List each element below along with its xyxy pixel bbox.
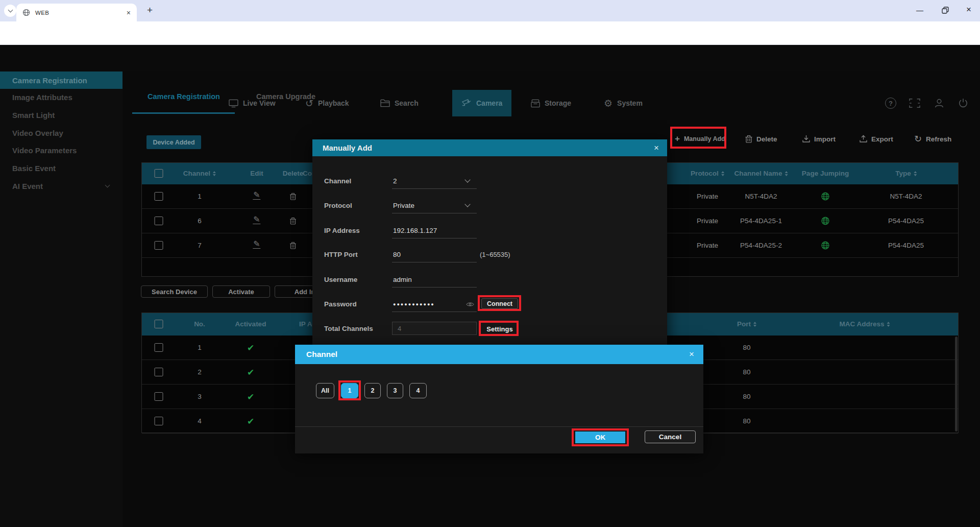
select-all-checkbox[interactable] [155, 169, 163, 178]
window-restore-button[interactable] [942, 7, 949, 14]
column-header-edit: Edit [250, 170, 263, 177]
total-channels-input: 4 [392, 322, 477, 335]
annotation-connect [478, 295, 521, 311]
channel-button-3[interactable]: 3 [387, 383, 403, 398]
username-input[interactable]: admin [393, 276, 412, 283]
activate-button[interactable]: Activate [212, 285, 270, 298]
import-button[interactable]: Import [802, 132, 836, 146]
field-label: IP Address [324, 227, 360, 234]
delete-row-button[interactable] [290, 217, 297, 225]
page-jump-button[interactable] [821, 217, 830, 225]
row-checkbox[interactable] [155, 343, 163, 352]
browser-tab[interactable]: WEB × [16, 4, 137, 21]
edit-button[interactable]: ✎ [253, 191, 260, 200]
cell-type: P54-4DA25 [888, 217, 924, 225]
nav-system[interactable]: ⚙ System [604, 90, 643, 116]
edit-button[interactable]: ✎ [253, 216, 260, 224]
row-checkbox[interactable] [155, 417, 163, 425]
nav-search[interactable]: Search [380, 90, 419, 116]
delete-button[interactable]: Delete [745, 132, 777, 146]
cctv-camera-icon [461, 99, 472, 108]
field-label: HTTP Port [324, 251, 358, 258]
cell-port: 80 [743, 393, 750, 400]
tab-search-button[interactable] [4, 5, 16, 17]
channel-button-4[interactable]: 4 [409, 383, 427, 398]
channel-button-2[interactable]: 2 [364, 383, 381, 398]
row-checkbox[interactable] [155, 241, 163, 250]
column-header-protocol[interactable]: Protocol [691, 170, 724, 177]
refresh-button[interactable]: ↻ Refresh [914, 132, 951, 146]
select-all-checkbox[interactable] [155, 320, 163, 328]
cell-channel-name: P54-4DA25-1 [740, 217, 782, 225]
page-jump-button[interactable] [821, 241, 830, 250]
nav-storage[interactable]: Storage [531, 90, 571, 116]
globe-icon [821, 192, 830, 201]
fullscreen-button[interactable] [908, 97, 921, 110]
sidebar-item-image-attributes[interactable]: Image Attributes [0, 88, 122, 106]
ip-address-input[interactable]: 192.168.1.127 [393, 227, 437, 234]
protocol-select[interactable]: Private [393, 202, 414, 209]
show-password-eye-icon[interactable] [466, 300, 474, 308]
app-header: LUMINYS Live View ↺ Playback Search Came… [0, 45, 980, 71]
delete-row-button[interactable] [290, 242, 297, 249]
row-checkbox[interactable] [155, 368, 163, 376]
chevron-down-icon [464, 201, 470, 207]
column-header-mac[interactable]: MAC Address [839, 320, 890, 328]
tab-camera-upgrade[interactable]: Camera Upgrade [245, 92, 327, 101]
delete-row-button[interactable] [290, 193, 297, 200]
activated-check-icon: ✔ [247, 367, 254, 378]
channel-button-all[interactable]: All [316, 383, 334, 398]
cancel-button[interactable]: Cancel [645, 430, 696, 443]
sidebar-item-basic-event[interactable]: Basic Event [0, 159, 122, 177]
nav-label: Camera [476, 99, 502, 107]
power-button[interactable] [957, 97, 970, 110]
http-port-input[interactable]: 80 [393, 251, 401, 258]
sort-icon [721, 171, 724, 176]
column-header-port[interactable]: Port [737, 320, 756, 328]
toolbar-label: Delete [756, 135, 777, 143]
table-scrollbar[interactable] [955, 337, 958, 432]
device-added-button[interactable]: Device Added [146, 135, 201, 149]
tab-camera-registration[interactable]: Camera Registration [138, 92, 230, 101]
close-icon[interactable]: × [689, 349, 694, 360]
column-header-channel-name[interactable]: Channel Name [734, 170, 788, 177]
column-header-type[interactable]: Type [895, 170, 917, 177]
new-tab-button[interactable]: + [147, 5, 153, 16]
cell-protocol: Private [697, 242, 718, 249]
sidebar-item-ai-event[interactable]: AI Event [0, 177, 122, 195]
field-label: Password [324, 300, 357, 308]
row-checkbox[interactable] [155, 217, 163, 225]
dialog-title: Manually Add [323, 143, 372, 152]
row-checkbox[interactable] [155, 392, 163, 401]
globe-icon [821, 217, 830, 225]
channel-select[interactable]: 2 [393, 177, 397, 185]
edit-button[interactable]: ✎ [253, 241, 260, 249]
tab-close-icon[interactable]: × [127, 9, 131, 17]
window-close-button[interactable]: × [966, 5, 971, 15]
sidebar-item-label: Camera Registration [12, 76, 87, 85]
sidebar: Camera Registration Image Attributes Sma… [0, 71, 122, 527]
export-button[interactable]: Export [860, 132, 893, 146]
sidebar-item-video-parameters[interactable]: Video Parameters [0, 141, 122, 159]
nav-camera-active[interactable]: Camera [452, 90, 511, 116]
search-device-button[interactable]: Search Device [141, 285, 208, 298]
sidebar-item-camera-registration[interactable]: Camera Registration [0, 71, 122, 89]
sidebar-item-video-overlay[interactable]: Video Overlay [0, 124, 122, 141]
page-jump-button[interactable] [821, 192, 830, 201]
help-button[interactable]: ? [884, 97, 897, 110]
gear-icon: ⚙ [604, 98, 612, 109]
refresh-icon: ↻ [914, 133, 922, 145]
password-input[interactable]: ●●●●●●●●●●● [393, 302, 435, 307]
row-checkbox[interactable] [155, 192, 163, 201]
chevron-down-icon [8, 8, 13, 13]
user-account-button[interactable] [933, 97, 946, 110]
cell-channel: 6 [198, 217, 202, 225]
column-header-no: No. [194, 320, 205, 328]
dialog-header: Manually Add × [312, 139, 667, 156]
close-icon[interactable]: × [654, 143, 659, 153]
window-minimize-button[interactable]: — [916, 6, 923, 14]
sidebar-item-smart-light[interactable]: Smart Light [0, 106, 122, 124]
column-header-channel[interactable]: Channel [183, 170, 216, 177]
cell-no: 3 [198, 393, 202, 400]
browser-toolbar: ← → ↻ ⚠ Not secure 192.168.1.158/#/index… [0, 21, 980, 45]
